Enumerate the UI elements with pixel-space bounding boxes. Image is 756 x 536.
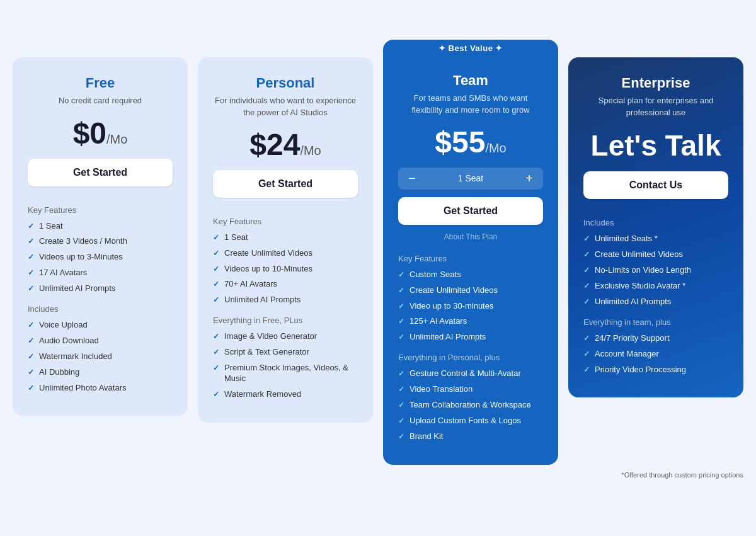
list-item: ✓Exclusive Studio Avatar * (583, 281, 728, 292)
check-icon: ✓ (213, 390, 219, 400)
check-icon: ✓ (213, 233, 219, 243)
check-icon: ✓ (583, 250, 590, 260)
team-cta-button[interactable]: Get Started (398, 197, 543, 225)
check-icon: ✓ (28, 384, 34, 394)
check-icon: ✓ (28, 368, 34, 378)
check-icon: ✓ (28, 336, 34, 346)
check-icon: ✓ (213, 295, 219, 305)
personal-key-features-list: ✓1 Seat ✓Create Unlimited Videos ✓Videos… (213, 232, 358, 305)
check-icon: ✓ (583, 365, 590, 375)
check-icon: ✓ (398, 369, 404, 379)
seat-decrement-button[interactable]: − (398, 168, 426, 190)
list-item: ✓Watermark Removed (213, 389, 358, 400)
list-item: ✓Account Manager (583, 349, 728, 360)
personal-cta-button[interactable]: Get Started (213, 170, 358, 198)
enterprise-price-label: Let's Talk (583, 130, 728, 162)
check-icon: ✓ (213, 332, 219, 342)
team-key-features-list: ✓Custom Seats ✓Create Unlimited Videos ✓… (398, 270, 543, 343)
list-item: ✓1 Seat (213, 232, 358, 243)
free-includes-list: ✓Voice Upload ✓Audio Download ✓Watermark… (28, 320, 173, 393)
check-icon: ✓ (213, 348, 219, 358)
list-item: ✓24/7 Priority Support (583, 333, 728, 344)
team-key-features-title: Key Features (398, 254, 543, 263)
list-item: ✓Gesture Control & Multi-Avatar (398, 368, 543, 379)
personal-plan-name: Personal (213, 75, 358, 91)
best-value-badge: ✦ Best Value ✦ (426, 40, 515, 57)
card-team: ✦ Best Value ✦ Team For teams and SMBs w… (383, 40, 558, 464)
check-icon: ✓ (583, 334, 590, 344)
card-enterprise: Enterprise Special plan for enterprises … (568, 57, 743, 397)
enterprise-plan-description: Special plan for enterprises and profess… (583, 95, 728, 118)
check-icon: ✓ (583, 350, 590, 360)
check-icon: ✓ (28, 321, 34, 331)
enterprise-key-features-title: Includes (583, 218, 728, 227)
check-icon: ✓ (213, 280, 219, 290)
list-item: ✓Unlimited Seats * (583, 234, 728, 244)
list-item: ✓AI Dubbing (28, 367, 173, 378)
check-icon: ✓ (28, 284, 34, 294)
list-item: ✓Voice Upload (28, 320, 173, 331)
list-item: ✓Videos up to 10-Minutes (213, 264, 358, 275)
check-icon: ✓ (28, 237, 34, 247)
personal-includes-title: Everything in Free, PLus (213, 316, 358, 325)
list-item: ✓Upload Custom Fonts & Logos (398, 416, 543, 426)
check-icon: ✓ (28, 268, 34, 278)
check-icon: ✓ (213, 363, 219, 373)
personal-plan-description: For individuals who want to experience t… (213, 95, 358, 118)
list-item: ✓Video up to 30-minutes (398, 301, 543, 312)
team-plan-name: Team (398, 72, 543, 89)
check-icon: ✓ (398, 416, 404, 426)
free-includes-title: Includes (28, 304, 173, 314)
personal-includes-list: ✓Image & Video Generator ✓Script & Text … (213, 331, 358, 399)
enterprise-plan-name: Enterprise (583, 75, 728, 91)
list-item: ✓125+ AI Avatars (398, 316, 543, 327)
check-icon: ✓ (583, 282, 590, 292)
enterprise-includes-title: Everything in team, plus (583, 317, 728, 327)
card-personal: Personal For individuals who want to exp… (198, 57, 373, 422)
seat-selector: − 1 Seat + (398, 168, 543, 190)
check-icon: ✓ (398, 432, 404, 442)
list-item: ✓Unlimited Photo Avatars (28, 383, 173, 394)
list-item: ✓Create 3 Videos / Month (28, 236, 173, 247)
list-item: ✓Unlimited AI Prompts (213, 295, 358, 305)
check-icon: ✓ (398, 401, 404, 411)
list-item: ✓Watermark Included (28, 351, 173, 362)
list-item: ✓Create Unlimited Videos (213, 248, 358, 259)
free-cta-button[interactable]: Get Started (28, 159, 173, 186)
pricing-grid: Free No credit card required $0/Mo Get S… (13, 57, 743, 464)
enterprise-key-features-list: ✓Unlimited Seats * ✓Create Unlimited Vid… (583, 234, 728, 307)
check-icon: ✓ (398, 286, 404, 296)
enterprise-cta-button[interactable]: Contact Us (583, 171, 728, 199)
list-item: ✓Brand Kit (398, 431, 543, 442)
list-item: ✓Image & Video Generator (213, 331, 358, 342)
list-item: ✓1 Seat (28, 221, 173, 232)
list-item: ✓Create Unlimited Videos (398, 285, 543, 296)
check-icon: ✓ (398, 270, 404, 280)
list-item: ✓Video Translation (398, 384, 543, 395)
team-includes-list: ✓Gesture Control & Multi-Avatar ✓Video T… (398, 368, 543, 442)
list-item: ✓Team Collaboration & Workspace (398, 400, 543, 411)
list-item: ✓Videos up to 3-Minutes (28, 252, 173, 263)
check-icon: ✓ (213, 249, 219, 259)
check-icon: ✓ (28, 352, 34, 362)
footnote: *Offered through custom pricing options (13, 471, 743, 479)
list-item: ✓Priority Video Processing (583, 365, 728, 375)
list-item: ✓Audio Download (28, 336, 173, 346)
check-icon: ✓ (398, 302, 404, 312)
list-item: ✓Premium Stock Images, Videos, & Music (213, 363, 358, 384)
list-item: ✓Script & Text Generator (213, 347, 358, 358)
check-icon: ✓ (398, 385, 404, 395)
check-icon: ✓ (583, 297, 590, 307)
card-free: Free No credit card required $0/Mo Get S… (13, 57, 188, 416)
team-about-link[interactable]: About This Plan (398, 232, 543, 241)
seat-increment-button[interactable]: + (515, 168, 543, 190)
list-item: ✓Unlimited AI Prompts (398, 332, 543, 343)
personal-key-features-title: Key Features (213, 217, 358, 226)
list-item: ✓Custom Seats (398, 270, 543, 280)
check-icon: ✓ (28, 222, 34, 232)
free-key-features-title: Key Features (28, 205, 173, 215)
free-key-features-list: ✓1 Seat ✓Create 3 Videos / Month ✓Videos… (28, 221, 173, 294)
enterprise-includes-list: ✓24/7 Priority Support ✓Account Manager … (583, 333, 728, 375)
personal-price: $24/Mo (213, 130, 358, 160)
list-item: ✓Unlimited AI Prompts (28, 283, 173, 294)
